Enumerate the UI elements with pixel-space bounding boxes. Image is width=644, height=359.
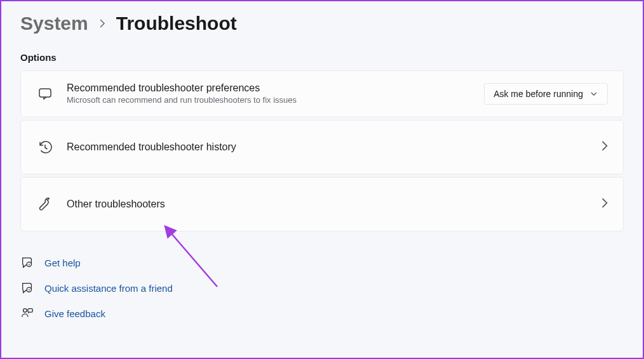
card-body: Other troubleshooters [67, 198, 601, 211]
card-title: Recommended troubleshooter preferences [67, 82, 484, 95]
breadcrumb-parent[interactable]: System [20, 13, 88, 34]
card-preferences: Recommended troubleshooter preferences M… [20, 70, 624, 117]
svg-point-5 [23, 309, 27, 313]
link-give-feedback[interactable]: Give feedback [20, 306, 624, 320]
chevron-down-icon [589, 89, 598, 98]
dropdown-value: Ask me before running [493, 89, 583, 99]
card-body: Recommended troubleshooter history [67, 141, 601, 154]
preferences-dropdown[interactable]: Ask me before running [484, 83, 608, 105]
card-other-troubleshooters[interactable]: Other troubleshooters [20, 177, 624, 232]
svg-rect-6 [28, 309, 32, 313]
card-title: Recommended troubleshooter history [67, 141, 601, 154]
link-get-help[interactable]: ? Get help [20, 256, 624, 270]
link-label: Get help [44, 258, 81, 268]
wrench-icon [36, 195, 54, 213]
help-links: ? Get help ? Quick assistance from a fri… [20, 256, 624, 320]
chat-bubble-icon [36, 85, 54, 103]
card-body: Recommended troubleshooter preferences M… [67, 82, 484, 107]
link-label: Give feedback [44, 308, 105, 319]
card-subtitle: Microsoft can recommend and run troubles… [67, 95, 484, 106]
breadcrumb-current: Troubleshoot [116, 13, 237, 34]
settings-page: System Troubleshoot Options Recommended … [1, 1, 643, 320]
feedback-icon [20, 306, 34, 320]
breadcrumb: System Troubleshoot [20, 13, 624, 34]
chevron-right-icon [601, 141, 608, 153]
svg-rect-0 [39, 89, 51, 97]
chevron-right-icon [601, 198, 608, 211]
help-icon: ? [20, 256, 34, 270]
history-icon [36, 138, 54, 156]
svg-text:?: ? [28, 263, 30, 267]
card-history[interactable]: Recommended troubleshooter history [20, 120, 624, 174]
section-label: Options [20, 52, 624, 63]
link-quick-assistance[interactable]: ? Quick assistance from a friend [20, 281, 624, 295]
chevron-right-icon [98, 16, 106, 31]
link-label: Quick assistance from a friend [44, 283, 173, 294]
svg-text:?: ? [28, 289, 30, 292]
card-title: Other troubleshooters [67, 198, 601, 211]
help-icon: ? [20, 281, 34, 295]
